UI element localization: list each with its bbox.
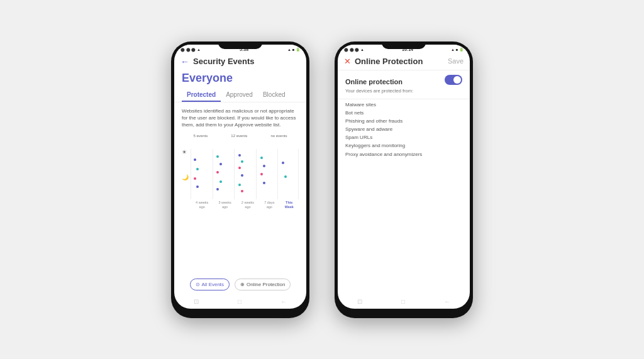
bottom-pills: ⊙ All Events ⊕ Online Protection <box>174 275 306 295</box>
tab-protected[interactable]: Protected <box>182 89 221 102</box>
pill-online-protection[interactable]: ⊕ Online Protection <box>235 279 291 290</box>
chart-label-12events: 12 events <box>231 133 247 139</box>
all-events-icon: ⊙ <box>196 282 200 287</box>
dot-2e <box>216 188 219 191</box>
dot-3c <box>238 167 241 169</box>
list-item-keyloggers: Keyloggers and monitoring <box>345 141 462 150</box>
dot-2a <box>216 155 219 158</box>
dot-1c <box>194 177 196 180</box>
x-label-thisweek: ThisWeek <box>285 201 294 209</box>
dot-3e <box>238 184 241 186</box>
phone-1: ⬤ ⬤ ⬤ ▲ 5:38 ▲ ■ 🔋 ← Security Events Eve… <box>171 41 309 318</box>
app-header-1: ← Security Events <box>174 53 306 69</box>
screen2-title: Online Protection <box>355 57 423 66</box>
phone-1-nav: ⊡ □ ← <box>174 295 306 309</box>
nav-recent-1[interactable]: ⊡ <box>194 298 199 305</box>
dot-3a <box>238 154 241 157</box>
online-protection-icon: ⊕ <box>240 282 245 287</box>
chart-dots <box>191 143 299 199</box>
nav-back-2[interactable]: ← <box>444 298 450 305</box>
phone-2-nav: ⊡ □ ← <box>338 295 470 309</box>
dot-4a <box>260 157 263 159</box>
list-item-spam: Spam URLs <box>345 133 462 141</box>
phone-1-notch <box>218 41 262 49</box>
x-label-3w: 3 weeksago <box>218 201 231 209</box>
x-label-4w: 4 weeksago <box>196 201 208 209</box>
list-item-botnets: Bot nets <box>345 109 462 117</box>
chart-col-4 <box>256 149 277 199</box>
nav-back-1[interactable]: ← <box>280 298 287 305</box>
chart-col-3 <box>234 149 255 199</box>
dot-3b <box>241 160 243 163</box>
back-button-1[interactable]: ← <box>180 57 189 67</box>
dot-5a <box>282 162 284 164</box>
moon-icon: 🌙 <box>182 174 189 182</box>
online-protection-label: Online Protection <box>247 282 285 287</box>
tab-blocked[interactable]: Blocked <box>258 89 291 102</box>
chart-label-noevents: no events <box>270 133 287 139</box>
dot-2d <box>219 180 222 183</box>
dot-3f <box>241 190 243 192</box>
dot-4b <box>263 165 265 167</box>
phone-1-screen: ⬤ ⬤ ⬤ ▲ 5:38 ▲ ■ 🔋 ← Security Events Eve… <box>174 45 306 309</box>
list-item-proxy: Proxy avoidance and anonymizers <box>345 150 462 158</box>
list-item-phishing: Phishing and other frauds <box>345 117 462 125</box>
chart-x-labels: 4 weeksago 3 weeksago 2 weeksago 7 daysa… <box>191 201 299 209</box>
tab-approved[interactable]: Approved <box>221 89 258 102</box>
content-area-1: Websites identified as malicious or not … <box>174 102 306 275</box>
phone-2-notch <box>382 41 426 49</box>
dot-5b <box>284 175 287 178</box>
nav-home-1[interactable]: □ <box>238 298 242 305</box>
header-divider-2 <box>338 70 470 70</box>
dot-2b <box>219 163 222 165</box>
dot-1a <box>194 158 196 161</box>
screen1-title: Security Events <box>193 57 255 66</box>
chart-area: 4 weeksago 3 weeksago 2 weeksago 7 daysa… <box>191 140 299 209</box>
online-protection-toggle[interactable] <box>445 75 462 85</box>
app-header-2: ✕ Online Protection Save <box>338 53 470 69</box>
spacer-2 <box>338 158 470 295</box>
chart-row: ☀ 🌙 <box>182 140 299 209</box>
dot-2c <box>216 171 219 174</box>
tabs-row: Protected Approved Blocked <box>174 89 306 102</box>
x-label-7d: 7 daysago <box>264 201 274 209</box>
all-events-label: All Events <box>202 282 225 287</box>
status-icons-left-2: ⬤ ⬤ ⬤ ▲ <box>344 47 364 52</box>
content-divider-2 <box>338 99 470 99</box>
x-label-2w: 2 weeksago <box>242 201 254 209</box>
scene: ⬤ ⬤ ⬤ ▲ 5:38 ▲ ■ 🔋 ← Security Events Eve… <box>0 0 644 359</box>
dot-1b <box>196 168 199 170</box>
chart-col-5 <box>277 149 299 199</box>
close-button-2[interactable]: ✕ <box>344 57 351 66</box>
dot-4c <box>260 173 263 175</box>
list-item-malware: Malware sites <box>345 101 462 109</box>
pill-all-events[interactable]: ⊙ All Events <box>190 279 230 290</box>
phone-2: ⬤ ⬤ ⬤ ▲ 10:14 ▲ ■ 🔋 ✕ Online Protection … <box>335 41 473 318</box>
chart-col-1 <box>191 149 211 199</box>
dot-4d <box>263 182 265 184</box>
protection-description: Websites identified as malicious or not … <box>182 108 299 129</box>
save-button-2[interactable]: Save <box>448 57 464 65</box>
nav-home-2[interactable]: □ <box>401 298 405 305</box>
toggle-row: Online protection <box>338 72 470 88</box>
status-icons-right-1: ▲ ■ 🔋 <box>287 47 300 52</box>
sun-icon: ☀ <box>182 148 189 157</box>
chart-label-5events: 5 events <box>194 133 208 139</box>
everyone-label: Everyone <box>174 69 306 89</box>
status-icons-left-1: ⬤ ⬤ ⬤ ▲ <box>180 47 201 52</box>
nav-recent-2[interactable]: ⊡ <box>357 298 362 305</box>
list-item-spyware: Spyware and adware <box>345 125 462 133</box>
chart-top-labels: 5 events 12 events no events <box>182 133 299 139</box>
chart-side-icons: ☀ 🌙 <box>182 140 189 191</box>
dot-1d <box>196 185 199 188</box>
dot-3d <box>241 174 243 177</box>
phone-2-screen: ⬤ ⬤ ⬤ ▲ 10:14 ▲ ■ 🔋 ✕ Online Protection … <box>338 45 470 309</box>
protection-subtitle: Your devices are protected from: <box>338 88 470 97</box>
chart-col-2 <box>213 149 233 199</box>
online-section-title: Online protection <box>345 73 402 87</box>
status-icons-right-2: ▲ ■ 🔋 <box>451 47 464 52</box>
protection-list: Malware sites Bot nets Phishing and othe… <box>338 101 470 158</box>
